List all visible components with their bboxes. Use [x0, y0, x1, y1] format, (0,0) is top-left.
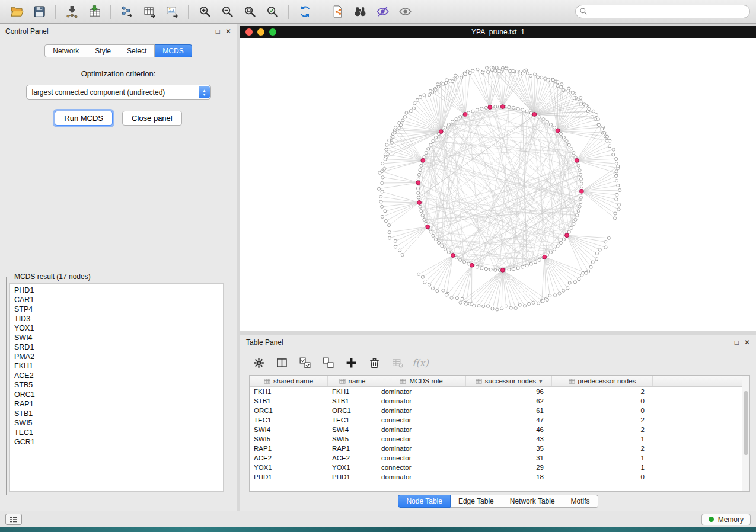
table-row[interactable]: ACE2ACE2connector311	[250, 453, 742, 463]
search-network-button[interactable]	[349, 3, 371, 21]
table-cell: 35	[466, 445, 552, 452]
main-area: Control Panel □ ✕ Network Style Select M…	[0, 24, 756, 511]
mcds-result-item[interactable]: STP4	[14, 305, 219, 314]
add-column-button[interactable]	[343, 355, 359, 370]
select-all-rows-button[interactable]	[297, 355, 312, 370]
eye-slash-icon	[376, 5, 390, 18]
zoom-out-button[interactable]	[216, 3, 238, 21]
mcds-result-item[interactable]: PHD1	[14, 286, 219, 295]
close-window-icon[interactable]	[245, 28, 253, 36]
table-cell: connector	[377, 435, 466, 443]
criterion-select[interactable]: largest connected component (undirected)…	[26, 85, 211, 100]
table-cell: dominator	[377, 388, 466, 395]
table-row[interactable]: RAP1RAP1dominator352	[250, 444, 742, 453]
table-row[interactable]: YOX1YOX1connector291	[250, 463, 742, 472]
network-graph[interactable]	[240, 38, 756, 331]
column-header-predecessor-nodes[interactable]: predecessor nodes	[552, 376, 653, 386]
close-table-panel-icon[interactable]: ✕	[744, 339, 750, 346]
mcds-result-item[interactable]: STB1	[14, 409, 219, 418]
table-row[interactable]: TEC1TEC1connector472	[250, 415, 742, 425]
table-cell: 2	[552, 426, 653, 433]
mcds-result-item[interactable]: RAP1	[14, 399, 219, 409]
zoom-fit-icon	[243, 5, 257, 18]
memory-button[interactable]: Memory	[701, 514, 751, 525]
tab-style[interactable]: Style	[87, 44, 119, 57]
run-mcds-button[interactable]: Run MCDS	[55, 111, 113, 126]
tab-network-table[interactable]: Network Table	[502, 495, 563, 508]
mcds-result-item[interactable]: TEC1	[14, 428, 219, 437]
mcds-result-item[interactable]: TID3	[14, 314, 219, 323]
mcds-result-item[interactable]: STB5	[14, 380, 219, 390]
mcds-result-item[interactable]: SRD1	[14, 342, 219, 352]
tab-motifs[interactable]: Motifs	[563, 495, 598, 508]
table-cell: 2	[552, 445, 653, 452]
mcds-result-item[interactable]: SWI4	[14, 333, 219, 342]
control-panel-tabs: Network Style Select MCDS	[0, 44, 237, 57]
import-network-button[interactable]	[61, 3, 82, 21]
table-cell: 29	[466, 464, 552, 471]
table-row[interactable]: STB1STB1dominator620	[250, 396, 742, 406]
tab-node-table[interactable]: Node Table	[398, 495, 451, 508]
table-scrollbar[interactable]	[742, 376, 749, 491]
table-row[interactable]: SWI5SWI5connector431	[250, 434, 742, 444]
import-table-button[interactable]	[84, 3, 105, 21]
close-panel-icon[interactable]: ✕	[225, 28, 231, 35]
column-header-successor-nodes[interactable]: successor nodes ▾	[466, 376, 552, 386]
mcds-result-item[interactable]: PMA2	[14, 352, 219, 361]
hide-selected-button[interactable]	[372, 3, 393, 21]
table-row[interactable]: ORC1ORC1dominator610	[250, 406, 742, 415]
chevron-down-icon[interactable]: ▾	[539, 378, 542, 384]
column-header-mcds-role[interactable]: MCDS role	[377, 376, 466, 386]
float-panel-icon[interactable]: □	[216, 28, 220, 35]
column-icon	[339, 378, 346, 384]
mcds-result-item[interactable]: CAR1	[14, 295, 219, 305]
network-window-title: YPA_prune.txt_1	[471, 28, 525, 36]
mcds-result-item[interactable]: FKH1	[14, 361, 219, 371]
show-all-button[interactable]	[394, 3, 416, 21]
scrollbar-thumb[interactable]	[744, 391, 748, 455]
show-columns-button[interactable]	[274, 355, 289, 370]
mcds-result-item[interactable]: ACE2	[14, 371, 219, 380]
export-image-button[interactable]	[161, 3, 183, 21]
tab-select[interactable]: Select	[119, 44, 155, 57]
tab-network[interactable]: Network	[44, 44, 87, 57]
minimize-window-icon[interactable]	[257, 28, 264, 36]
open-file-button[interactable]	[6, 3, 27, 21]
mcds-result-item[interactable]: SWI5	[14, 418, 219, 428]
zoom-fit-button[interactable]	[239, 3, 260, 21]
close-panel-button[interactable]: Close panel	[122, 111, 182, 126]
float-table-panel-icon[interactable]: □	[735, 339, 739, 346]
save-session-button[interactable]	[28, 3, 50, 21]
table-row[interactable]: PHD1PHD1dominator180	[250, 472, 742, 482]
zoom-in-button[interactable]	[194, 3, 215, 21]
table-cell: SWI4	[328, 426, 377, 433]
export-table-button[interactable]	[139, 3, 160, 21]
document-share-icon	[331, 5, 344, 18]
table-row[interactable]: FKH1FKH1dominator962	[250, 387, 742, 396]
table-mode-button-disabled	[390, 355, 405, 370]
mcds-result-item[interactable]: GCR1	[14, 437, 219, 447]
search-input[interactable]	[575, 5, 750, 18]
mcds-result-list[interactable]: PHD1CAR1STP4TID3YOX1SWI4SRD1PMA2FKH1ACE2…	[9, 283, 224, 492]
table-settings-button[interactable]	[251, 355, 266, 370]
maximize-window-icon[interactable]	[269, 28, 276, 36]
table-row[interactable]: SWI4SWI4dominator462	[250, 425, 742, 434]
column-header-name[interactable]: name	[328, 376, 377, 386]
network-from-selection-button[interactable]	[327, 3, 348, 21]
plus-icon	[345, 357, 358, 369]
mcds-result-item[interactable]: ORC1	[14, 390, 219, 399]
open-folder-icon	[10, 5, 24, 18]
network-canvas[interactable]	[240, 38, 756, 331]
delete-column-button[interactable]	[366, 355, 382, 370]
column-header-shared-name[interactable]: shared name	[250, 376, 328, 386]
panel-selector-button[interactable]	[5, 514, 22, 525]
tab-edge-table[interactable]: Edge Table	[451, 495, 502, 508]
export-network-button[interactable]	[116, 3, 138, 21]
zoom-selected-button[interactable]	[261, 3, 283, 21]
refresh-button[interactable]	[294, 3, 315, 21]
tab-mcds[interactable]: MCDS	[155, 44, 192, 57]
table-cell: dominator	[377, 473, 466, 480]
mcds-result-item[interactable]: YOX1	[14, 323, 219, 333]
deselect-all-rows-button[interactable]	[320, 355, 336, 370]
table-cell: SWI5	[250, 435, 328, 443]
